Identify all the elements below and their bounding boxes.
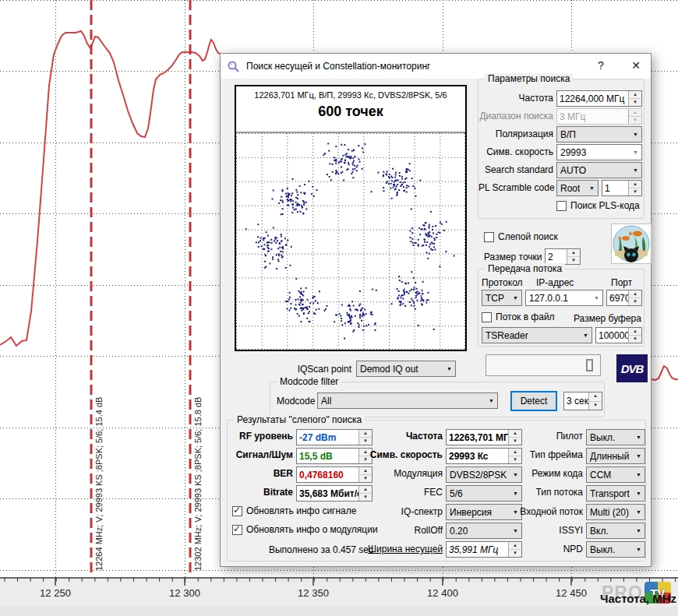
detect-interval-spinbox[interactable]: 3 сек▲▼: [563, 392, 602, 410]
symbol-rate-combobox[interactable]: 29993▼: [556, 144, 642, 160]
frame-type-label: Тип фрейма: [514, 449, 583, 460]
pl-scramble-mode-dropdown[interactable]: Root▼: [556, 180, 599, 196]
rf-level-label: RF уровень: [228, 431, 293, 442]
checkbox-checked-box[interactable]: [232, 506, 242, 516]
stream-group-label: Передача потока: [485, 263, 565, 274]
frame-type-dropdown[interactable]: Длинный▼: [586, 448, 645, 464]
result-symbol-rate-spinbox[interactable]: 29993 Кс▲▼: [446, 448, 522, 464]
segment-display: [486, 354, 601, 376]
frequency-spinbox[interactable]: 12264,000 МГц▲▼: [556, 90, 642, 107]
update-signal-info-checkbox[interactable]: Обновлять инфо сигнале: [232, 505, 356, 516]
spin-buttons[interactable]: ▲▼: [628, 328, 641, 343]
npd-dropdown[interactable]: Выкл.▼: [586, 541, 645, 558]
code-mode-label: Режим кода: [514, 468, 583, 479]
chevron-down-icon: ▼: [634, 472, 641, 477]
iqscan-dropdown[interactable]: Demod IQ out▼: [356, 361, 456, 377]
title-bar[interactable]: Поиск несущей и Constellation-мониторинг…: [221, 54, 651, 79]
carrier-width-link[interactable]: Ширина несущей: [368, 544, 443, 554]
iqscan-label: IQScan point: [252, 364, 351, 375]
npd-label: NPD: [514, 544, 583, 554]
iq-spectrum-label: IQ-спектр: [368, 506, 443, 517]
ber-spinbox[interactable]: 0,4768160▲▼: [296, 466, 373, 483]
modcode-filter-label: Modcode filter: [277, 376, 341, 387]
checkbox-checked-box[interactable]: [232, 525, 242, 535]
spin-buttons[interactable]: ▲▼: [567, 249, 580, 264]
polarization-label: Поляризация: [478, 128, 553, 139]
magnifier-icon: [227, 60, 240, 73]
chevron-down-icon: ▼: [634, 491, 641, 496]
chevron-down-icon: ▼: [486, 398, 494, 403]
blind-search-checkbox[interactable]: Слепой поиск: [484, 231, 558, 242]
polarization-dropdown[interactable]: В/П▼: [556, 126, 642, 143]
aquarium-cat-picture: [612, 224, 651, 263]
dialog-title: Поиск несущей и Constellation-мониторинг: [246, 61, 430, 72]
checkbox-box[interactable]: [482, 312, 492, 322]
search-standard-dropdown[interactable]: AUTO▼: [556, 162, 642, 178]
stream-type-dropdown[interactable]: Transport▼: [586, 485, 645, 502]
close-button[interactable]: ✕: [624, 55, 648, 76]
search-params-label: Параметры поиска: [485, 73, 573, 84]
search-params-group: Параметры поиска Частота 12264,000 МГц▲▼…: [478, 79, 644, 219]
aquarium-avatar-image[interactable]: [611, 224, 652, 264]
ip-dropdown[interactable]: 127.0.0.1▼: [525, 290, 603, 306]
snr-spinbox[interactable]: 15,5 dB▲▼: [296, 448, 373, 464]
spin-buttons[interactable]: ▲▼: [588, 392, 602, 410]
pls-search-checkbox[interactable]: Поиск PLS-кода: [556, 200, 640, 211]
detect-button[interactable]: Detect: [510, 391, 557, 411]
reader-dropdown[interactable]: TSReader▼: [482, 327, 592, 343]
update-modulation-info-checkbox[interactable]: Обновлять инфо о модуляции: [232, 524, 378, 535]
stream-to-file-checkbox[interactable]: Поток в файл: [482, 312, 555, 322]
result-frequency-label: Частота: [368, 431, 443, 442]
chevron-down-icon: ▼: [634, 509, 641, 515]
iq-spectrum-dropdown[interactable]: Инверсия▼: [446, 504, 522, 520]
constellation-header: 12263,701 МГц, В/П, 29993 Кс, DVBS2/8PSK…: [236, 90, 465, 100]
buffer-size-spinbox[interactable]: 100000▲▼: [595, 327, 642, 343]
constellation-plot: [236, 133, 465, 350]
symbol-rate-label: Симв. скорость: [478, 146, 553, 157]
fec-label: FEC: [368, 487, 443, 498]
rf-level-spinbox[interactable]: -27 dBm▲▼: [296, 429, 373, 445]
input-stream-dropdown[interactable]: Multi (20)▼: [586, 504, 645, 520]
frequency-label: Частота: [478, 93, 553, 104]
pl-scramble-code-spinbox[interactable]: 1▲▼: [602, 180, 642, 196]
spectrum-line-right: [652, 366, 678, 380]
carrier-width-spinbox[interactable]: 35,991 МГц▲▼: [446, 541, 522, 558]
spin-buttons[interactable]: ▲▼: [628, 290, 641, 305]
chevron-down-icon: ▼: [591, 295, 599, 301]
issyi-label: ISSYI: [514, 525, 583, 536]
bitrate-spinbox[interactable]: 35,683 Мбит/с▲▼: [296, 485, 373, 502]
rolloff-dropdown[interactable]: 0.20▼: [446, 523, 522, 539]
issyi-dropdown[interactable]: Вкл.▼: [586, 523, 645, 539]
spin-buttons[interactable]: ▲▼: [628, 91, 641, 106]
screen: 12264 MHz; V; 29993 KS ;8PSK; 5/6; 15.4 …: [0, 0, 678, 616]
constellation-point-count: 600 точек: [236, 104, 465, 120]
port-spinbox[interactable]: 6970▲▼: [606, 290, 642, 306]
modulation-label: Модуляция: [368, 468, 443, 479]
protocol-label: Протокол: [482, 277, 523, 288]
elapsed-time: Выполнено за 0.457 sec: [259, 544, 383, 555]
spin-buttons[interactable]: ▲▼: [628, 181, 641, 195]
bitrate-label: Bitrate: [228, 487, 293, 498]
search-range-spinbox: 3 МГц▲▼: [556, 108, 642, 125]
help-button[interactable]: ?: [590, 55, 612, 76]
dot-size-spinbox[interactable]: 2▲▼: [545, 248, 581, 265]
chevron-down-icon: ▼: [630, 150, 638, 155]
code-mode-dropdown[interactable]: CCM▼: [586, 466, 645, 483]
checkbox-box[interactable]: [556, 201, 567, 211]
checkbox-box[interactable]: [484, 232, 494, 242]
modcode-dropdown[interactable]: All▼: [317, 392, 498, 409]
ip-label: IP-адрес: [536, 277, 574, 288]
dot-size-label: Размер точки: [484, 252, 542, 262]
spin-buttons: ▲▼: [628, 109, 641, 124]
fec-dropdown[interactable]: 5/6▼: [446, 485, 522, 502]
protocol-dropdown[interactable]: TCP▼: [482, 290, 522, 306]
modulation-dropdown[interactable]: DVBS2/8PSK▼: [446, 466, 522, 483]
result-frequency-spinbox[interactable]: 12263,701 МГц▲▼: [446, 429, 522, 445]
pilot-dropdown[interactable]: Выкл.▼: [586, 429, 645, 445]
chevron-down-icon: ▼: [634, 547, 641, 552]
chevron-down-icon: ▼: [630, 132, 638, 137]
stream-type-label: Тип потока: [514, 487, 583, 498]
chevron-down-icon: ▼: [587, 185, 595, 191]
svg-text:12 450: 12 450: [556, 587, 587, 599]
chevron-down-icon: ▼: [634, 435, 641, 440]
